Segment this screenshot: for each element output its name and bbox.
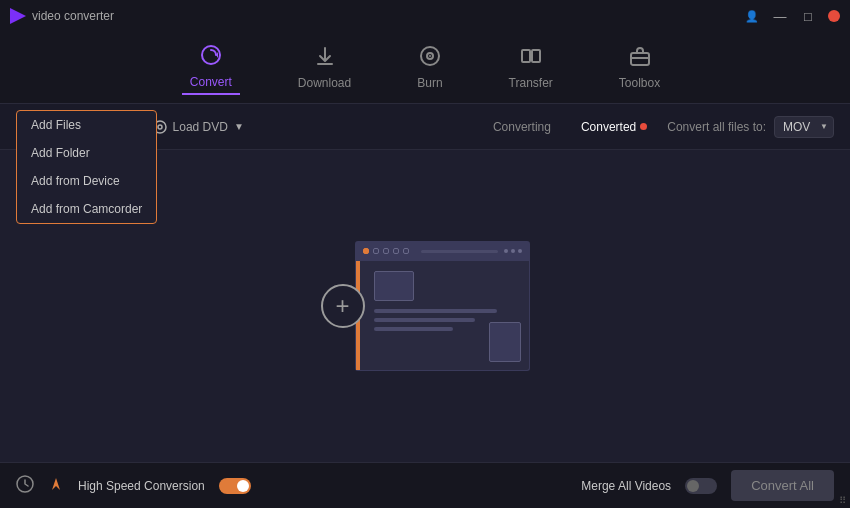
dropdown-item-add-from-device[interactable]: Add from Device xyxy=(17,167,156,195)
nav-item-toolbox[interactable]: Toolbox xyxy=(611,41,668,94)
app-name: video converter xyxy=(32,9,114,23)
speed-icon xyxy=(48,476,64,495)
toolbox-icon xyxy=(629,45,651,72)
transfer-icon xyxy=(520,45,542,72)
screen-dot-1 xyxy=(504,249,508,253)
svg-point-11 xyxy=(158,125,162,129)
screen-dots xyxy=(504,249,522,253)
screen-dot-3 xyxy=(518,249,522,253)
maximize-button[interactable]: □ xyxy=(800,8,816,24)
minimize-button[interactable]: — xyxy=(772,8,788,24)
title-bar-controls: 👤 — □ ✕ xyxy=(744,8,840,24)
burn-icon xyxy=(419,45,441,72)
nav-toolbox-label: Toolbox xyxy=(619,76,660,90)
shadow-document-icon xyxy=(489,322,521,362)
close-button[interactable]: ✕ xyxy=(828,10,840,22)
svg-point-5 xyxy=(429,55,431,57)
nav-item-burn[interactable]: Burn xyxy=(409,41,450,94)
screen-tab-1 xyxy=(363,248,369,254)
toolbar-right: Convert all files to: MOV MP4 AVI MKV WM… xyxy=(667,116,834,138)
converted-dot xyxy=(640,123,647,130)
screen-tab-4 xyxy=(393,248,399,254)
app-logo-icon xyxy=(10,8,26,24)
format-select-wrapper[interactable]: MOV MP4 AVI MKV WMV FLV xyxy=(774,116,834,138)
load-dvd-label: Load DVD xyxy=(173,120,228,134)
nav-convert-label: Convert xyxy=(190,75,232,89)
screen-tab-5 xyxy=(403,248,409,254)
tab-converting[interactable]: Converting xyxy=(483,116,561,138)
merge-label: Merge All Videos xyxy=(581,479,671,493)
bottom-bar: High Speed Conversion Merge All Videos C… xyxy=(0,462,850,508)
load-dvd-dropdown-arrow: ▼ xyxy=(234,121,244,132)
clock-icon[interactable] xyxy=(16,475,34,497)
converted-label: Converted xyxy=(581,120,636,134)
convert-all-button[interactable]: Convert All xyxy=(731,470,834,501)
svg-rect-7 xyxy=(532,50,540,62)
title-bar: video converter 👤 — □ ✕ xyxy=(0,0,850,32)
add-circle-icon[interactable]: + xyxy=(321,284,365,328)
high-speed-toggle[interactable] xyxy=(219,478,251,494)
dropdown-item-add-from-camcorder[interactable]: Add from Camcorder xyxy=(17,195,156,223)
load-dvd-button[interactable]: Load DVD ▼ xyxy=(143,115,254,139)
screen-line-1 xyxy=(374,309,497,313)
top-nav: Convert Download Burn xyxy=(0,32,850,104)
nav-item-download[interactable]: Download xyxy=(290,41,359,94)
nav-burn-label: Burn xyxy=(417,76,442,90)
screen-tab-3 xyxy=(383,248,389,254)
high-speed-label: High Speed Conversion xyxy=(78,479,205,493)
nav-item-convert[interactable]: Convert xyxy=(182,40,240,95)
screen-top-bar xyxy=(355,241,530,261)
screen-line-3 xyxy=(374,327,454,331)
screen-line-2 xyxy=(374,318,476,322)
screen-thumbnail xyxy=(374,271,414,301)
dropdown-item-add-files[interactable]: Add Files xyxy=(17,111,156,139)
screen-dot-2 xyxy=(511,249,515,253)
screen-illustration xyxy=(355,241,530,371)
title-bar-left: video converter xyxy=(10,8,114,24)
dropdown-item-add-folder[interactable]: Add Folder xyxy=(17,139,156,167)
screen-body xyxy=(355,261,530,371)
nav-download-label: Download xyxy=(298,76,351,90)
format-select[interactable]: MOV MP4 AVI MKV WMV FLV xyxy=(774,116,834,138)
convert-all-to-label: Convert all files to: xyxy=(667,120,766,134)
add-files-dropdown-menu: Add Files Add Folder Add from Device Add… xyxy=(16,110,157,224)
svg-rect-6 xyxy=(522,50,530,62)
screen-address-bar xyxy=(421,250,498,253)
nav-transfer-label: Transfer xyxy=(509,76,553,90)
user-icon[interactable]: 👤 xyxy=(744,8,760,24)
convert-icon xyxy=(200,44,222,71)
screen-tab-2 xyxy=(373,248,379,254)
corner-dots: ⠿ xyxy=(839,495,846,506)
tab-converted[interactable]: Converted xyxy=(571,116,657,138)
illustration: + xyxy=(321,241,530,371)
download-icon xyxy=(314,45,336,72)
nav-item-transfer[interactable]: Transfer xyxy=(501,41,561,94)
screen-tabs xyxy=(363,248,409,254)
merge-toggle[interactable] xyxy=(685,478,717,494)
